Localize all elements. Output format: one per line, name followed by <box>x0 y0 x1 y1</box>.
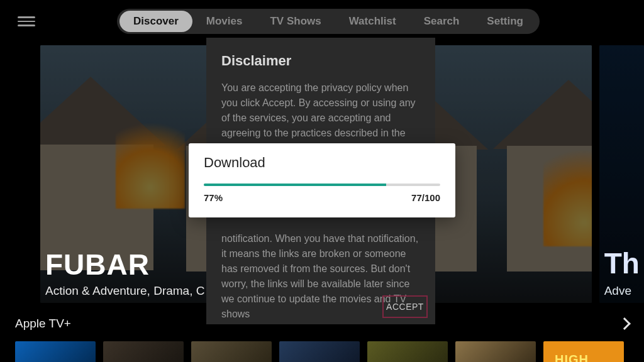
hero-title: FUBAR <box>45 248 204 282</box>
download-dialog: Download 77% 77/100 <box>189 143 455 217</box>
hero-next-title: Th <box>604 246 640 280</box>
chevron-right-icon[interactable] <box>618 317 631 330</box>
accept-button-label: ACCEPT <box>386 302 424 312</box>
tab-discover[interactable]: Discover <box>119 11 192 32</box>
accept-button[interactable]: ACCEPT <box>382 295 428 318</box>
download-fraction: 77/100 <box>411 192 440 203</box>
tab-movies[interactable]: Movies <box>192 11 257 32</box>
thumbnail-item[interactable] <box>279 341 360 362</box>
thumbnail-item[interactable] <box>455 341 536 362</box>
tab-tv-shows[interactable]: TV Shows <box>256 11 335 32</box>
thumbnail-item[interactable] <box>103 341 184 362</box>
thumbnail-item[interactable] <box>191 341 272 362</box>
thumbnail-row: HIGH <box>15 341 624 362</box>
download-progress-bar <box>204 184 440 186</box>
nav-tabs: Discover Movies TV Shows Watchlist Searc… <box>117 9 540 34</box>
hero-subtitle: Action & Adventure, Drama, C <box>45 284 204 298</box>
hero-next-subtitle: Adve <box>604 284 631 298</box>
disclaimer-title: Disclaimer <box>221 53 420 69</box>
hero-card-next[interactable]: Th Adve <box>599 45 644 303</box>
section-title-apple-tv: Apple TV+ <box>15 317 71 331</box>
tab-watchlist[interactable]: Watchlist <box>335 11 410 32</box>
tab-setting[interactable]: Setting <box>473 11 537 32</box>
thumbnail-item[interactable] <box>367 341 448 362</box>
menu-button[interactable] <box>18 13 35 30</box>
thumbnail-item[interactable] <box>15 341 96 362</box>
download-title: Download <box>204 155 440 171</box>
thumbnail-item[interactable]: HIGH <box>543 341 624 362</box>
download-percent: 77% <box>204 192 223 203</box>
thumbnail-label: HIGH <box>555 353 589 362</box>
tab-search[interactable]: Search <box>410 11 474 32</box>
